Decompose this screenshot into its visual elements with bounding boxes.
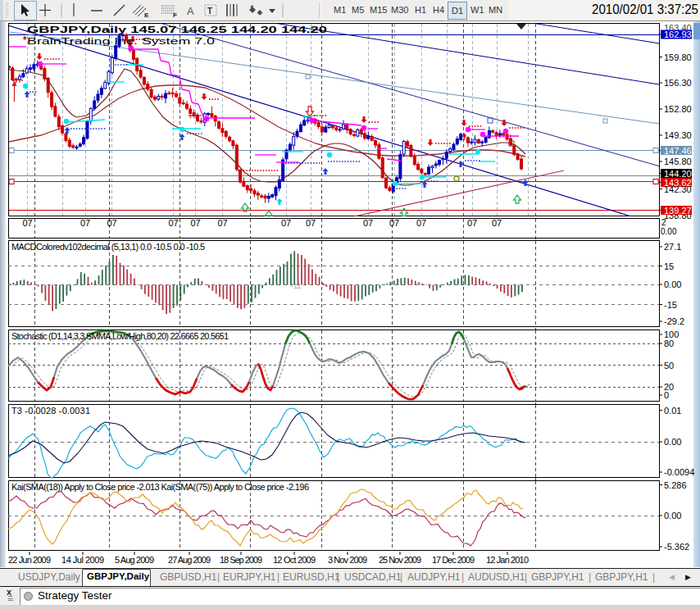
svg-text:12 Jan 2010: 12 Jan 2010 bbox=[486, 555, 529, 565]
svg-text:07: 07 bbox=[168, 218, 178, 228]
svg-text:80: 80 bbox=[664, 339, 674, 348]
svg-text:-11: -11 bbox=[291, 282, 301, 290]
svg-text:3 Nov 2009: 3 Nov 2009 bbox=[328, 555, 367, 565]
svg-text:07: 07 bbox=[363, 218, 373, 228]
svg-text:50: 50 bbox=[664, 361, 674, 370]
svg-text:07: 07 bbox=[107, 218, 116, 228]
svg-text:152.80: 152.80 bbox=[664, 104, 692, 114]
svg-text:14 Jul 2009: 14 Jul 2009 bbox=[61, 555, 104, 565]
svg-text:25 Nov 2009: 25 Nov 2009 bbox=[379, 555, 421, 565]
svg-text:0.00: 0.00 bbox=[664, 280, 681, 289]
svg-text:17 Dec 2009: 17 Dec 2009 bbox=[432, 555, 475, 565]
svg-text:162.93: 162.93 bbox=[664, 30, 692, 39]
svg-text:-5.362: -5.362 bbox=[664, 542, 689, 552]
svg-text:145.80: 145.80 bbox=[664, 157, 692, 166]
svg-text:MACDColoredv102decimal (5,13,1: MACDColoredv102decimal (5,13,1) 0.0 -10.… bbox=[11, 242, 205, 252]
svg-text:15: 15 bbox=[664, 261, 674, 271]
svg-text:0: 0 bbox=[664, 390, 669, 400]
svg-text:07: 07 bbox=[190, 218, 200, 228]
svg-text:07: 07 bbox=[467, 218, 477, 228]
svg-text:0.00: 0.00 bbox=[661, 227, 677, 236]
svg-text:5 Aug 2009: 5 Aug 2009 bbox=[115, 555, 154, 565]
svg-text:159.80: 159.80 bbox=[664, 52, 692, 62]
svg-text:07: 07 bbox=[416, 218, 426, 228]
svg-text:07: 07 bbox=[22, 218, 32, 228]
svg-text:T3 -0.0028 -0.0031: T3 -0.0028 -0.0031 bbox=[11, 406, 90, 416]
svg-text:GBPJPY,Daily 145.07 146.25 14: GBPJPY,Daily 145.07 146.25 144.20 144.20 bbox=[27, 25, 327, 34]
svg-text:07: 07 bbox=[80, 218, 90, 228]
svg-text:0.01: 0.01 bbox=[664, 406, 681, 416]
svg-text:142.30: 142.30 bbox=[664, 184, 692, 194]
svg-text:139.27: 139.27 bbox=[664, 206, 692, 216]
svg-text:07: 07 bbox=[281, 218, 291, 228]
svg-text:18 Sep 2009: 18 Sep 2009 bbox=[220, 555, 262, 565]
svg-text:Stochastic (D1,14,3,3,SMMA,Low: Stochastic (D1,14,3,3,SMMA,Low/High,80,2… bbox=[11, 331, 229, 341]
svg-text:BrainTrading Inc. System 7.0: BrainTrading Inc. System 7.0 bbox=[27, 36, 215, 46]
svg-text:12 Oct 2009: 12 Oct 2009 bbox=[273, 555, 316, 565]
svg-text:156.30: 156.30 bbox=[664, 78, 692, 88]
svg-text:147.46: 147.46 bbox=[664, 146, 692, 156]
svg-text:-15: -15 bbox=[664, 300, 677, 310]
svg-text:27.1: 27.1 bbox=[664, 242, 681, 252]
svg-text:Kai(SMA((18)) Apply to Close p: Kai(SMA((18)) Apply to Close price -2.01… bbox=[11, 482, 309, 492]
svg-text:07: 07 bbox=[217, 218, 227, 228]
svg-text:07: 07 bbox=[306, 218, 316, 228]
svg-text:27 Aug 2009: 27 Aug 2009 bbox=[168, 555, 211, 565]
svg-text:149.30: 149.30 bbox=[664, 130, 692, 140]
svg-text:0.00: 0.00 bbox=[664, 437, 681, 447]
svg-text:07: 07 bbox=[389, 218, 399, 228]
svg-text:5.286: 5.286 bbox=[664, 480, 687, 490]
svg-text:0.00: 0.00 bbox=[664, 511, 681, 520]
svg-text:22 Jun 2009: 22 Jun 2009 bbox=[8, 555, 51, 565]
svg-text:07: 07 bbox=[492, 218, 502, 228]
svg-text:-0.0094: -0.0094 bbox=[664, 467, 694, 477]
svg-text:-29.2: -29.2 bbox=[664, 316, 684, 326]
